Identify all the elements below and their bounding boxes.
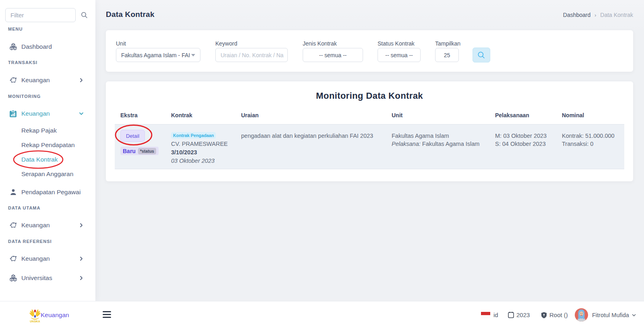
svg-text:UNSIKA: UNSIKA <box>30 320 40 323</box>
